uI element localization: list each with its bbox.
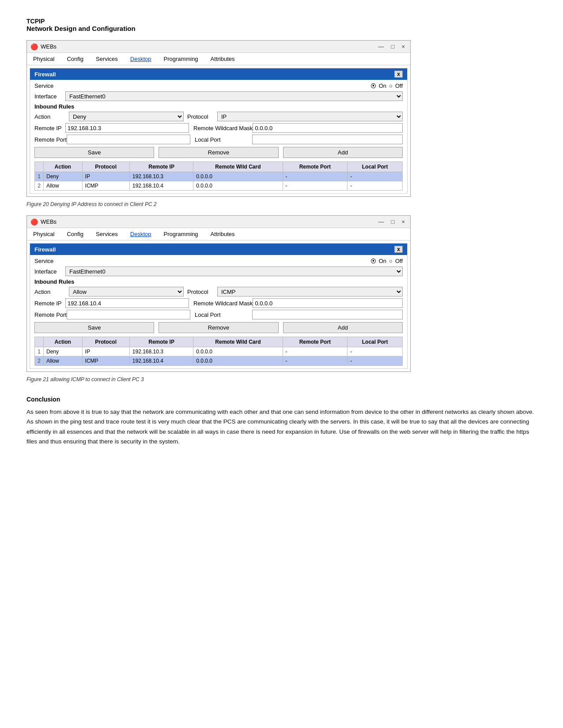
menu-desktop-2[interactable]: Desktop xyxy=(128,230,153,238)
action-select-2[interactable]: Allow xyxy=(69,287,184,296)
page-title-line1: TCPIP xyxy=(26,18,537,25)
row-localport: - xyxy=(348,181,403,191)
page-title-block: TCPIP Network Design and Configuration xyxy=(26,18,537,32)
interface-select-2[interactable]: FastEthernet0 xyxy=(65,266,403,276)
close-button-2[interactable]: × xyxy=(400,218,407,225)
menu-programming-1[interactable]: Programming xyxy=(162,55,200,63)
wildcard-mask-label-1: Remote Wildcard Mask xyxy=(193,125,253,131)
th-remoteip-1: Remote IP xyxy=(129,162,193,172)
add-button-2[interactable]: Add xyxy=(283,322,403,333)
menu-attributes-2[interactable]: Attributes xyxy=(209,230,237,238)
remove-button-1[interactable]: Remove xyxy=(159,147,278,158)
radio-off-icon-1: ○ xyxy=(389,83,393,89)
table-row[interactable]: 1 Deny IP 192.168.10.3 0.0.0.0 - - xyxy=(35,347,403,356)
maximize-button-2[interactable]: □ xyxy=(389,218,397,225)
row-num: 2 xyxy=(35,356,44,366)
service-off-label-1: Off xyxy=(395,83,403,89)
firewall-panel-1: Firewall x Service ⦿ On ○ Off Interface … xyxy=(30,68,408,194)
protocol-label-1: Protocol xyxy=(187,113,214,120)
firewall-body-2: Service ⦿ On ○ Off Interface FastEtherne… xyxy=(30,255,407,368)
menu-desktop-1[interactable]: Desktop xyxy=(128,55,153,63)
firewall-title-1: Firewall xyxy=(34,71,56,78)
save-button-2[interactable]: Save xyxy=(34,322,154,333)
protocol-select-2[interactable]: ICMP xyxy=(217,287,403,296)
webs-title-label-1: WEBs xyxy=(41,43,57,50)
local-port-input-1[interactable] xyxy=(252,135,403,144)
remove-button-2[interactable]: Remove xyxy=(159,322,278,333)
menu-physical-1[interactable]: Physical xyxy=(31,55,56,63)
minimize-button-2[interactable]: — xyxy=(377,218,386,225)
th-protocol-2: Protocol xyxy=(82,337,129,347)
inbound-rules-label-2: Inbound Rules xyxy=(34,278,403,285)
webs-window-2: 🔴 WEBs — □ × Physical Config Services De… xyxy=(26,215,411,372)
service-on-label-2: On xyxy=(379,258,386,264)
add-button-1[interactable]: Add xyxy=(283,147,403,158)
action-row-2: Action Allow Protocol ICMP xyxy=(34,287,403,296)
action-select-1[interactable]: Deny xyxy=(69,112,184,121)
figure-caption-1: Figure 20 Denying IP Address to connect … xyxy=(26,201,537,207)
webs-controls-2[interactable]: — □ × xyxy=(377,218,407,225)
menu-attributes-1[interactable]: Attributes xyxy=(209,55,237,63)
th-wildcard-1: Remote Wild Card xyxy=(193,162,283,172)
interface-row-2: Interface FastEthernet0 xyxy=(34,266,403,276)
maximize-button-1[interactable]: □ xyxy=(389,43,397,50)
table-row[interactable]: 2 Allow ICMP 192.168.10.4 0.0.0.0 - - xyxy=(35,356,403,366)
row-wildcard: 0.0.0.0 xyxy=(193,172,283,181)
th-num-1 xyxy=(35,162,44,172)
table-row[interactable]: 2 Allow ICMP 192.168.10.4 0.0.0.0 - - xyxy=(35,181,403,191)
interface-select-1[interactable]: FastEthernet0 xyxy=(65,91,403,101)
firewall-title-2: Firewall xyxy=(34,246,56,253)
menu-physical-2[interactable]: Physical xyxy=(31,230,56,238)
conclusion-text: As seen from above it is true to say tha… xyxy=(26,407,537,447)
menu-services-2[interactable]: Services xyxy=(94,230,120,238)
th-action-2: Action xyxy=(44,337,83,347)
protocol-select-1[interactable]: IP xyxy=(217,112,403,121)
menu-services-1[interactable]: Services xyxy=(94,55,120,63)
firewall-body-1: Service ⦿ On ○ Off Interface FastEtherne… xyxy=(30,80,407,193)
row-wildcard: 0.0.0.0 xyxy=(193,356,283,366)
fw-buttons-1: Save Remove Add xyxy=(34,147,403,158)
row-num: 2 xyxy=(35,181,44,191)
remote-port-input-1[interactable] xyxy=(67,135,190,144)
service-row-1: Service ⦿ On ○ Off xyxy=(34,83,403,89)
local-port-input-2[interactable] xyxy=(252,310,403,319)
webs-controls-1[interactable]: — □ × xyxy=(377,43,407,50)
row-localport: - xyxy=(348,356,403,366)
webs-icon-2: 🔴 xyxy=(30,218,38,225)
fw-buttons-2: Save Remove Add xyxy=(34,322,403,333)
table-row[interactable]: 1 Deny IP 192.168.10.3 0.0.0.0 - - xyxy=(35,172,403,181)
row-action: Allow xyxy=(44,356,83,366)
row-wildcard: 0.0.0.0 xyxy=(193,347,283,356)
save-button-1[interactable]: Save xyxy=(34,147,154,158)
th-remoteport-2: Remote Port xyxy=(283,337,348,347)
remote-port-input-2[interactable] xyxy=(67,310,190,319)
menu-config-1[interactable]: Config xyxy=(65,55,85,63)
row-remoteip: 192.168.10.3 xyxy=(129,347,193,356)
menu-config-2[interactable]: Config xyxy=(65,230,85,238)
row-protocol: IP xyxy=(82,347,129,356)
row-remoteport: - xyxy=(283,172,348,181)
remote-ip-input-2[interactable] xyxy=(65,298,189,308)
th-remoteport-1: Remote Port xyxy=(283,162,348,172)
remote-ip-input-1[interactable] xyxy=(65,123,189,133)
firewall-close-2[interactable]: x xyxy=(394,246,403,253)
row-remoteip: 192.168.10.4 xyxy=(129,181,193,191)
action-label-2: Action xyxy=(34,289,65,295)
local-port-label-2: Local Port xyxy=(195,311,252,318)
service-off-label-2: Off xyxy=(395,258,403,264)
menu-programming-2[interactable]: Programming xyxy=(162,230,200,238)
firewall-table-2: Action Protocol Remote IP Remote Wild Ca… xyxy=(34,337,403,366)
close-button-1[interactable]: × xyxy=(400,43,407,50)
firewall-close-1[interactable]: x xyxy=(394,71,403,78)
remote-port-label-1: Remote Port xyxy=(34,136,67,143)
th-localport-1: Local Port xyxy=(348,162,403,172)
service-row-2: Service ⦿ On ○ Off xyxy=(34,258,403,264)
row-localport: - xyxy=(348,172,403,181)
wildcard-mask-input-2[interactable] xyxy=(253,298,403,308)
wildcard-mask-input-1[interactable] xyxy=(253,123,403,133)
remote-ip-row-1: Remote IP Remote Wildcard Mask xyxy=(34,123,403,133)
row-localport: - xyxy=(348,347,403,356)
action-row-1: Action Deny Protocol IP xyxy=(34,112,403,121)
remote-ip-row-2: Remote IP Remote Wildcard Mask xyxy=(34,298,403,308)
minimize-button-1[interactable]: — xyxy=(377,43,386,50)
